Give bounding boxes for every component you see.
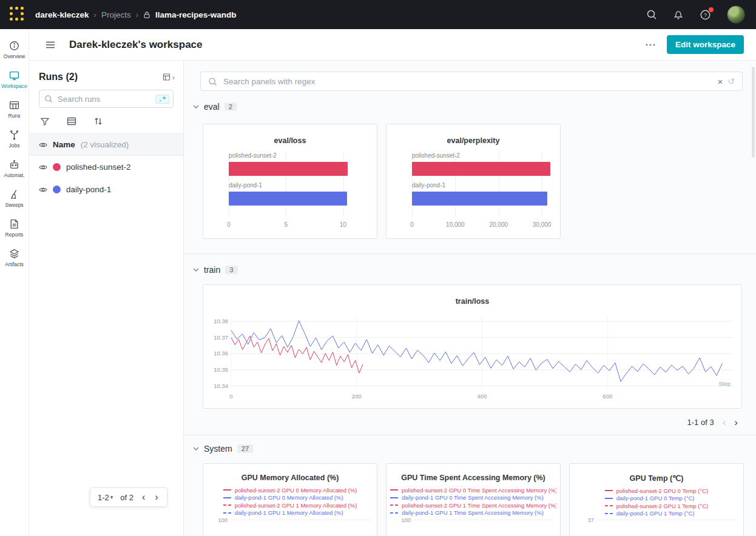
help-icon[interactable]: ? <box>700 9 711 21</box>
runs-search-input[interactable] <box>56 94 152 104</box>
clear-search-icon[interactable]: × <box>718 77 723 86</box>
run-name[interactable]: polished-sunset-2 <box>66 162 131 172</box>
panel-eval-loss[interactable]: eval/loss polished-sunset-2daily-pond-10… <box>203 124 377 239</box>
bar[interactable] <box>229 162 348 176</box>
visibility-eye-icon[interactable] <box>39 141 47 149</box>
bar-chart-area: polished-sunset-2daily-pond-10510 <box>229 152 370 230</box>
bar[interactable] <box>229 192 347 206</box>
breadcrumb-project[interactable]: llama-recipes-wandb <box>155 10 237 19</box>
group-icon[interactable] <box>67 117 76 126</box>
chevron-down-icon[interactable] <box>193 104 199 109</box>
chart-title: eval/loss <box>203 136 377 145</box>
rail-item-reports[interactable]: Reports <box>0 213 29 243</box>
run-row[interactable]: polished-sunset-2 <box>29 156 183 178</box>
legend-entry[interactable]: daily-pond-1 GPU 0 Temp (°C) <box>605 495 708 503</box>
filter-icon[interactable] <box>40 116 50 126</box>
legend-entry[interactable]: polished-sunset-2 GPU 0 Time Spent Acces… <box>390 486 556 494</box>
chart-legend: polished-sunset-2 GPU 0 Temp (°C)daily-p… <box>605 487 708 517</box>
y-axis: 100 <box>212 517 371 536</box>
panel-eval-perplexity[interactable]: eval/perplexity polished-sunset-2daily-p… <box>386 124 561 239</box>
navbar-actions: ? <box>646 5 745 24</box>
train-loss-chart[interactable]: 10.3410.3510.3610.3710.380200400600Step <box>208 312 738 403</box>
rail-item-overview[interactable]: Overview <box>0 35 29 65</box>
legend-dash-icon <box>223 497 231 498</box>
section-count-badge: 3 <box>225 266 237 274</box>
section-name[interactable]: eval <box>204 102 220 112</box>
expand-runs-table-icon[interactable]: › <box>163 72 175 82</box>
run-name[interactable]: daily-pond-1 <box>66 185 111 194</box>
legend-entry[interactable]: polished-sunset-2 GPU 1 Memory Allocated… <box>223 501 357 509</box>
breadcrumb-projects[interactable]: Projects <box>101 10 131 19</box>
runs-sidebar: Runs (2) › .* <box>29 61 184 536</box>
next-page-chevron[interactable]: › <box>734 417 738 427</box>
panel-search-input[interactable] <box>222 76 713 87</box>
run-color-dot <box>53 163 61 171</box>
panel-gpu-memory-allocated[interactable]: GPU Memory Allocated (%) polished-sunset… <box>203 463 377 536</box>
prev-page-chevron[interactable]: ‹ <box>723 417 726 427</box>
visualized-note: (2 visualized) <box>81 140 129 149</box>
legend-entry[interactable]: polished-sunset-2 GPU 1 Temp (°C) <box>605 502 708 510</box>
automations-robot-icon <box>9 159 19 170</box>
legend-entry[interactable]: daily-pond-1 GPU 1 Time Spent Accessing … <box>390 509 556 517</box>
next-page-chevron[interactable]: › <box>154 492 159 502</box>
panel-train-loss[interactable]: train/loss 10.3410.3510.3610.3710.380200… <box>203 284 742 409</box>
legend-entry[interactable]: polished-sunset-2 GPU 0 Memory Allocated… <box>223 486 357 494</box>
chevron-down-icon[interactable] <box>193 446 199 451</box>
name-column-header: Name <box>53 140 75 149</box>
legend-dash-icon <box>390 504 398 506</box>
rail-item-runs[interactable]: Runs <box>0 95 29 124</box>
edit-workspace-button[interactable]: Edit workspace <box>667 35 744 54</box>
panel-gpu-temp[interactable]: GPU Temp (℃) polished-sunset-2 GPU 0 Tem… <box>569 463 744 536</box>
rail-item-artifacts[interactable]: Artifacts <box>0 243 29 273</box>
regex-toggle[interactable]: .* <box>155 95 169 104</box>
svg-text:400: 400 <box>478 393 487 400</box>
rail-item-sweeps[interactable]: Sweeps <box>0 184 29 213</box>
legend-dash-icon <box>605 490 613 491</box>
legend-entry[interactable]: daily-pond-1 GPU 0 Memory Allocated (%) <box>223 494 357 502</box>
page-size-select[interactable]: 1-2▾ <box>98 493 113 502</box>
train-pagination: 1-1 of 3 ‹ › <box>193 417 738 427</box>
history-undo-icon[interactable]: ↺ <box>727 77 735 85</box>
breadcrumb-user[interactable]: darek-kleczek <box>35 10 89 19</box>
runs-table-icon <box>9 100 19 110</box>
rail-label: Automat. <box>4 172 24 178</box>
bar[interactable] <box>412 162 550 176</box>
user-avatar[interactable] <box>727 5 745 24</box>
runs-name-header[interactable]: Name (2 visualized) <box>29 133 183 156</box>
legend-entry[interactable]: daily-pond-1 GPU 1 Memory Allocated (%) <box>223 509 357 517</box>
wandb-logo[interactable] <box>10 7 25 22</box>
chart-title: GPU Time Spent Accessing Memory (%) <box>386 474 560 482</box>
visibility-eye-icon[interactable] <box>39 186 47 193</box>
hamburger-menu-icon[interactable] <box>45 39 56 50</box>
legend-dash-icon <box>605 505 613 506</box>
legend-dash-icon <box>390 512 398 514</box>
more-options-icon[interactable] <box>645 43 656 47</box>
svg-text:10.34: 10.34 <box>214 383 228 389</box>
breadcrumb-separator: › <box>136 10 138 19</box>
rail-item-workspace[interactable]: Workspace <box>0 65 29 95</box>
notifications-bell-icon[interactable] <box>673 9 684 20</box>
bar-category-label: daily-pond-1 <box>229 182 370 189</box>
prev-page-chevron[interactable]: ‹ <box>141 492 146 502</box>
section-count-badge: 2 <box>224 102 237 111</box>
panels-area: × ↺ eval 2 eval/loss po <box>184 61 756 536</box>
left-nav-rail: Overview Workspace Runs Jobs Automat. Sw… <box>0 29 29 536</box>
legend-entry[interactable]: daily-pond-1 GPU 0 Time Spent Accessing … <box>390 494 556 502</box>
scrollbar-thumb[interactable] <box>752 67 755 158</box>
rail-item-automations[interactable]: Automat. <box>0 154 29 184</box>
rail-item-jobs[interactable]: Jobs <box>0 124 29 154</box>
chart-legend: polished-sunset-2 GPU 0 Memory Allocated… <box>223 486 357 517</box>
chevron-down-icon[interactable] <box>193 267 199 272</box>
panel-gpu-time-accessing-memory[interactable]: GPU Time Spent Accessing Memory (%) poli… <box>386 463 561 536</box>
section-name[interactable]: train <box>204 265 220 275</box>
bar[interactable] <box>412 192 547 206</box>
search-icon[interactable] <box>646 9 657 20</box>
bar-chart-area: polished-sunset-2daily-pond-1010,00020,0… <box>412 152 553 230</box>
sort-icon[interactable] <box>93 116 103 126</box>
legend-entry[interactable]: polished-sunset-2 GPU 0 Temp (°C) <box>605 487 708 495</box>
section-name[interactable]: System <box>204 444 232 454</box>
run-row[interactable]: daily-pond-1 <box>29 178 183 201</box>
visibility-eye-icon[interactable] <box>39 164 47 171</box>
legend-entry[interactable]: polished-sunset-2 GPU 1 Time Spent Acces… <box>390 501 556 509</box>
chart-legend: polished-sunset-2 GPU 0 Time Spent Acces… <box>390 486 556 517</box>
